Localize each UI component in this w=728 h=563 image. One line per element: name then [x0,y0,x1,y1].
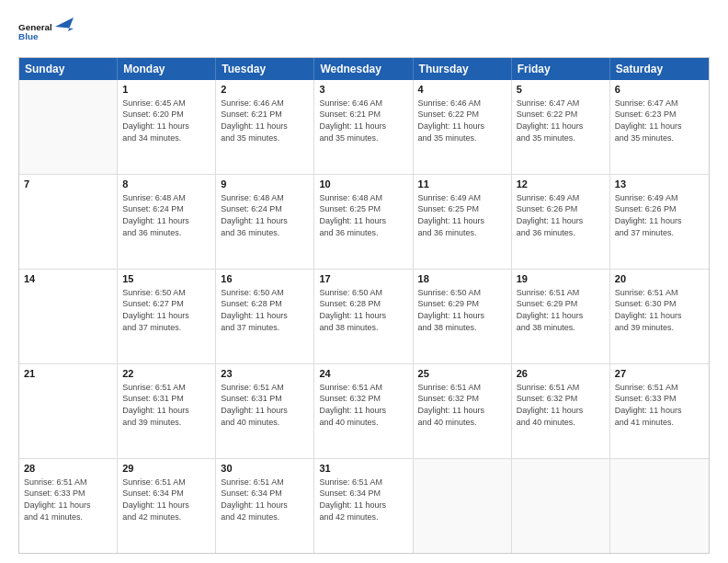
day-number: 20 [615,272,704,286]
day-19: 19Sunrise: 6:51 AMSunset: 6:29 PMDayligh… [512,270,610,363]
day-number: 31 [319,462,407,476]
day-info: Sunrise: 6:49 AMSunset: 6:26 PMDaylight:… [615,192,704,238]
day-13: 13Sunrise: 6:49 AMSunset: 6:26 PMDayligh… [610,175,709,269]
day-info: Sunrise: 6:51 AMSunset: 6:33 PMDaylight:… [615,382,704,428]
day-info: Sunrise: 6:50 AMSunset: 6:27 PMDaylight:… [122,287,210,333]
svg-text:Blue: Blue [18,31,39,41]
day-22: 22Sunrise: 6:51 AMSunset: 6:31 PMDayligh… [118,364,216,458]
day-17: 17Sunrise: 6:50 AMSunset: 6:28 PMDayligh… [314,270,413,363]
calendar-header: SundayMondayTuesdayWednesdayThursdayFrid… [19,58,709,80]
day-info: Sunrise: 6:50 AMSunset: 6:28 PMDaylight:… [221,287,309,333]
empty-cell [610,459,709,553]
day-number: 2 [221,83,309,97]
day-info: Sunrise: 6:51 AMSunset: 6:32 PMDaylight:… [418,382,506,428]
day-25: 25Sunrise: 6:51 AMSunset: 6:32 PMDayligh… [414,364,512,458]
day-number: 28 [24,462,112,476]
day-15: 15Sunrise: 6:50 AMSunset: 6:27 PMDayligh… [118,270,216,363]
day-info: Sunrise: 6:51 AMSunset: 6:29 PMDaylight:… [517,287,605,333]
day-info: Sunrise: 6:46 AMSunset: 6:22 PMDaylight:… [418,98,506,144]
day-number: 29 [122,462,210,476]
day-number: 7 [24,178,112,191]
day-10: 10Sunrise: 6:48 AMSunset: 6:25 PMDayligh… [314,175,413,269]
day-info: Sunrise: 6:48 AMSunset: 6:24 PMDaylight:… [122,192,210,238]
day-info: Sunrise: 6:50 AMSunset: 6:28 PMDaylight:… [319,287,407,333]
day-info: Sunrise: 6:46 AMSunset: 6:21 PMDaylight:… [319,98,407,144]
week-row-4: 2122Sunrise: 6:51 AMSunset: 6:31 PMDayli… [19,364,709,459]
day-info: Sunrise: 6:48 AMSunset: 6:25 PMDaylight:… [319,192,407,238]
day-number: 10 [319,178,407,191]
week-row-1: 1Sunrise: 6:45 AMSunset: 6:20 PMDaylight… [19,80,709,175]
day-number: 25 [418,367,506,381]
empty-cell [19,80,118,174]
day-9: 9Sunrise: 6:48 AMSunset: 6:24 PMDaylight… [216,175,314,269]
day-21: 21 [19,364,118,458]
day-number: 17 [319,272,407,286]
day-info: Sunrise: 6:51 AMSunset: 6:32 PMDaylight:… [319,382,407,428]
week-row-5: 28Sunrise: 6:51 AMSunset: 6:33 PMDayligh… [19,459,709,553]
header-day-wednesday: Wednesday [314,58,413,80]
day-info: Sunrise: 6:51 AMSunset: 6:32 PMDaylight:… [517,382,605,428]
day-number: 27 [615,367,704,381]
day-number: 1 [122,83,210,97]
calendar-body: 1Sunrise: 6:45 AMSunset: 6:20 PMDaylight… [19,80,709,553]
empty-cell [512,459,610,553]
day-16: 16Sunrise: 6:50 AMSunset: 6:28 PMDayligh… [216,270,314,363]
day-number: 24 [319,367,407,381]
header-day-monday: Monday [118,58,216,80]
calendar: SundayMondayTuesdayWednesdayThursdayFrid… [18,57,710,554]
day-24: 24Sunrise: 6:51 AMSunset: 6:32 PMDayligh… [314,364,413,458]
day-1: 1Sunrise: 6:45 AMSunset: 6:20 PMDaylight… [118,80,216,174]
day-info: Sunrise: 6:50 AMSunset: 6:29 PMDaylight:… [418,287,506,333]
logo-bird-icon [55,17,74,45]
day-info: Sunrise: 6:51 AMSunset: 6:30 PMDaylight:… [615,287,704,333]
day-7: 7 [19,175,118,269]
day-18: 18Sunrise: 6:50 AMSunset: 6:29 PMDayligh… [414,270,512,363]
day-number: 14 [24,272,112,286]
svg-marker-2 [55,17,74,31]
day-28: 28Sunrise: 6:51 AMSunset: 6:33 PMDayligh… [19,459,118,553]
day-info: Sunrise: 6:47 AMSunset: 6:23 PMDaylight:… [615,98,704,144]
day-4: 4Sunrise: 6:46 AMSunset: 6:22 PMDaylight… [414,80,512,174]
day-info: Sunrise: 6:51 AMSunset: 6:31 PMDaylight:… [221,382,309,428]
day-8: 8Sunrise: 6:48 AMSunset: 6:24 PMDaylight… [118,175,216,269]
day-number: 26 [517,367,605,381]
day-3: 3Sunrise: 6:46 AMSunset: 6:21 PMDaylight… [314,80,413,174]
day-20: 20Sunrise: 6:51 AMSunset: 6:30 PMDayligh… [610,270,709,363]
day-number: 15 [122,272,210,286]
day-23: 23Sunrise: 6:51 AMSunset: 6:31 PMDayligh… [216,364,314,458]
day-number: 23 [221,367,309,381]
day-14: 14 [19,270,118,363]
header-day-sunday: Sunday [19,58,118,80]
day-26: 26Sunrise: 6:51 AMSunset: 6:32 PMDayligh… [512,364,610,458]
day-5: 5Sunrise: 6:47 AMSunset: 6:22 PMDaylight… [512,80,610,174]
day-number: 12 [517,178,605,191]
day-number: 9 [221,178,309,191]
day-30: 30Sunrise: 6:51 AMSunset: 6:34 PMDayligh… [216,459,314,553]
day-number: 18 [418,272,506,286]
empty-cell [414,459,512,553]
day-2: 2Sunrise: 6:46 AMSunset: 6:21 PMDaylight… [216,80,314,174]
day-number: 21 [24,367,112,381]
day-info: Sunrise: 6:51 AMSunset: 6:34 PMDaylight:… [319,477,407,523]
day-number: 30 [221,462,309,476]
header-day-saturday: Saturday [610,58,709,80]
day-29: 29Sunrise: 6:51 AMSunset: 6:34 PMDayligh… [118,459,216,553]
day-number: 3 [319,83,407,97]
day-info: Sunrise: 6:45 AMSunset: 6:20 PMDaylight:… [122,98,210,144]
day-6: 6Sunrise: 6:47 AMSunset: 6:23 PMDaylight… [610,80,709,174]
header-day-thursday: Thursday [414,58,512,80]
day-info: Sunrise: 6:51 AMSunset: 6:31 PMDaylight:… [122,382,210,428]
day-info: Sunrise: 6:47 AMSunset: 6:22 PMDaylight:… [517,98,605,144]
logo: General Blue [18,15,74,48]
svg-text:General: General [18,22,51,32]
logo-svg: General Blue [18,15,51,48]
day-info: Sunrise: 6:48 AMSunset: 6:24 PMDaylight:… [221,192,309,238]
day-info: Sunrise: 6:51 AMSunset: 6:34 PMDaylight:… [221,477,309,523]
day-number: 5 [517,83,605,97]
day-number: 22 [122,367,210,381]
day-number: 11 [418,178,506,191]
week-row-2: 78Sunrise: 6:48 AMSunset: 6:24 PMDayligh… [19,175,709,270]
day-info: Sunrise: 6:51 AMSunset: 6:33 PMDaylight:… [24,477,112,523]
day-number: 19 [517,272,605,286]
day-info: Sunrise: 6:49 AMSunset: 6:25 PMDaylight:… [418,192,506,238]
